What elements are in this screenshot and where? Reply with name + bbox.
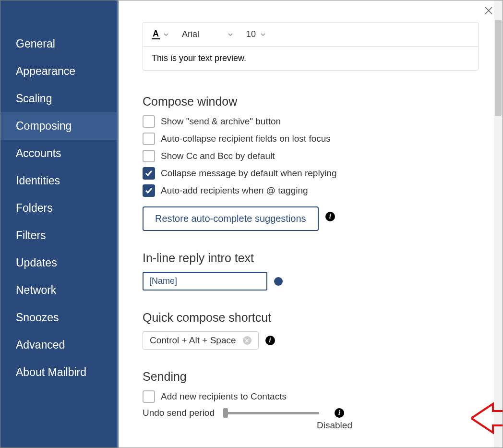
font-family-dropdown[interactable]: Arial bbox=[182, 29, 233, 39]
sidebar-item-snoozes[interactable]: Snoozes bbox=[0, 304, 117, 331]
undo-send-value: Disabled bbox=[191, 420, 479, 431]
checkbox-label: Show "send & archive" button bbox=[161, 116, 281, 127]
undo-send-slider[interactable] bbox=[223, 408, 319, 418]
info-icon[interactable]: i bbox=[335, 408, 344, 418]
inline-reply-section: In-line reply intro text bbox=[143, 251, 479, 291]
restore-autocomplete-button[interactable]: Restore auto-complete suggestions bbox=[143, 206, 319, 231]
close-icon bbox=[484, 6, 493, 15]
checkbox-label: Show Cc and Bcc by default bbox=[161, 151, 275, 161]
section-title-sending: Sending bbox=[143, 370, 479, 384]
compose-window-section: Compose window Show "send & archive" but… bbox=[143, 95, 479, 231]
sidebar-item-composing[interactable]: Composing bbox=[0, 112, 117, 140]
check-icon bbox=[144, 186, 153, 195]
chevron-down-icon bbox=[164, 32, 168, 37]
sidebar-item-appearance[interactable]: Appearance bbox=[0, 58, 117, 85]
sidebar-item-advanced[interactable]: Advanced bbox=[0, 331, 117, 359]
slider-track bbox=[223, 412, 319, 414]
scrollbar-thumb[interactable] bbox=[495, 20, 502, 116]
sidebar-item-network[interactable]: Network bbox=[0, 277, 117, 304]
font-color-button[interactable]: A bbox=[152, 29, 168, 39]
chevron-down-icon bbox=[228, 32, 233, 37]
sidebar-item-scaling[interactable]: Scaling bbox=[0, 85, 117, 112]
checkbox-add-recipients-contacts[interactable] bbox=[143, 390, 155, 403]
color-picker-dot[interactable] bbox=[274, 277, 283, 286]
checkbox-show-cc-bcc[interactable] bbox=[143, 150, 155, 162]
sidebar-item-filters[interactable]: Filters bbox=[0, 222, 117, 249]
sidebar-item-general[interactable]: General bbox=[0, 30, 117, 58]
sidebar-item-updates[interactable]: Updates bbox=[0, 249, 117, 277]
font-color-icon: A bbox=[152, 29, 160, 39]
font-size-dropdown[interactable]: 10 bbox=[246, 29, 265, 39]
sidebar-item-folders[interactable]: Folders bbox=[0, 194, 117, 222]
checkbox-label: Collapse message by default when replyin… bbox=[161, 168, 337, 179]
settings-sidebar: General Appearance Scaling Composing Acc… bbox=[0, 0, 119, 448]
check-icon bbox=[144, 169, 153, 178]
shortcut-value: Control + Alt + Space bbox=[150, 335, 236, 346]
close-button[interactable] bbox=[484, 6, 493, 17]
scrollbar[interactable] bbox=[494, 0, 503, 448]
checkbox-label: Auto-collapse recipient fields on lost f… bbox=[161, 133, 331, 144]
slider-handle[interactable] bbox=[223, 408, 228, 418]
inline-reply-input[interactable] bbox=[143, 272, 267, 291]
text-preview-box: This is your text preview. bbox=[143, 46, 479, 71]
font-size-value: 10 bbox=[246, 29, 256, 39]
sending-section: Sending Add new recipients to Contacts U… bbox=[143, 370, 479, 431]
sidebar-item-identities[interactable]: Identities bbox=[0, 167, 117, 194]
clear-shortcut-button[interactable]: ✕ bbox=[243, 336, 252, 345]
section-title-compose: Compose window bbox=[143, 95, 479, 109]
font-family-value: Arial bbox=[182, 29, 199, 39]
checkbox-auto-collapse-recipients[interactable] bbox=[143, 133, 155, 145]
quick-compose-section: Quick compose shortcut Control + Alt + S… bbox=[143, 311, 479, 350]
checkbox-send-archive[interactable] bbox=[143, 115, 155, 128]
shortcut-input[interactable]: Control + Alt + Space ✕ bbox=[143, 331, 259, 350]
sidebar-item-about[interactable]: About Mailbird bbox=[0, 359, 117, 386]
section-title-quick-compose: Quick compose shortcut bbox=[143, 311, 479, 325]
checkbox-label: Add new recipients to Contacts bbox=[161, 391, 287, 402]
font-format-toolbar: A Arial 10 bbox=[143, 22, 479, 46]
chevron-down-icon bbox=[261, 32, 265, 37]
sidebar-item-accounts[interactable]: Accounts bbox=[0, 140, 117, 167]
checkbox-label: Auto-add recipients when @ tagging bbox=[161, 185, 308, 196]
settings-main-panel: A Arial 10 This is your text preview. Co… bbox=[119, 0, 503, 448]
undo-send-label: Undo send period bbox=[143, 408, 215, 418]
checkbox-collapse-reply[interactable] bbox=[143, 167, 155, 180]
checkbox-auto-add-tagging[interactable] bbox=[143, 184, 155, 197]
info-icon[interactable]: i bbox=[265, 336, 275, 345]
info-icon[interactable]: i bbox=[325, 212, 335, 221]
section-title-inline-reply: In-line reply intro text bbox=[143, 251, 479, 265]
